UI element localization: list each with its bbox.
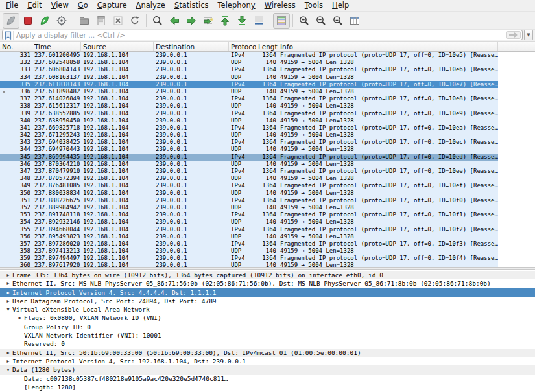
packet-row-358[interactable]: 358237.897413213192.168.1.104239.0.0.1UD… — [0, 248, 498, 255]
packet-row-344[interactable]: 344237.694970443192.168.1.104239.0.0.1UD… — [0, 146, 498, 153]
expand-icon[interactable]: ▸ — [4, 288, 12, 297]
packet-row-359[interactable]: 359237.897494497192.168.1.104239.0.0.1IP… — [0, 255, 498, 262]
detail-row[interactable]: Data: c007138c05387cf480218e9105a9ac420e… — [0, 375, 535, 383]
packet-row-338[interactable]: 338237.615612317192.168.1.104239.0.0.1UD… — [0, 102, 498, 110]
go-to-packet-button[interactable] — [200, 13, 217, 29]
expand-icon[interactable]: ▸ — [4, 357, 12, 365]
packet-list-body[interactable]: 331237.601200495192.168.1.104239.0.0.1IP… — [0, 52, 535, 267]
packet-row-356[interactable]: 356237.895493823192.168.1.104239.0.0.1UD… — [0, 233, 498, 240]
column-header-destination[interactable]: Destination — [154, 42, 229, 51]
packet-row-346[interactable]: 346237.870364210192.168.1.104239.0.0.1UD… — [0, 161, 498, 168]
packet-row-339[interactable]: 339237.638552885192.168.1.104239.0.0.1IP… — [0, 110, 498, 117]
open-file-button[interactable] — [76, 13, 93, 29]
menu-item-go[interactable]: Go — [73, 0, 93, 11]
detail-row[interactable]: ▸Frame 335: 1364 bytes on wire (10912 bi… — [0, 271, 535, 279]
packet-row-335[interactable]: 335237.611818143192.168.1.104239.0.0.1IP… — [0, 81, 498, 88]
stop-capture-button[interactable] — [19, 13, 36, 29]
packet-row-355[interactable]: 355237.894668044192.168.1.104239.0.0.1IP… — [0, 226, 498, 233]
detail-row[interactable]: ▸Internet Protocol Version 4, Src: 192.1… — [0, 357, 535, 365]
packet-row-334[interactable]: 334237.608163137192.168.1.104239.0.0.1UD… — [0, 74, 498, 81]
detail-row[interactable]: [Length: 1280] — [0, 383, 535, 391]
cell-src: 192.168.1.104 — [81, 190, 154, 197]
apply-filter-button[interactable] — [506, 31, 521, 39]
last-packet-button[interactable] — [233, 13, 250, 29]
save-file-button[interactable] — [93, 13, 110, 29]
find-packet-button[interactable] — [149, 13, 166, 29]
menu-item-edit[interactable]: Edit — [23, 0, 46, 11]
packet-row-331[interactable]: 331237.601200495192.168.1.104239.0.0.1IP… — [0, 52, 498, 59]
packet-row-341[interactable]: 341237.669825718192.168.1.104239.0.0.1IP… — [0, 124, 498, 132]
menu-item-wireless[interactable]: Wireless — [260, 0, 300, 11]
detail-row[interactable]: ▸Flags: 0x0800, VXLAN Network ID (VNI) — [0, 314, 535, 322]
filter-dropdown-button[interactable]: ▼ — [524, 30, 533, 40]
detail-row[interactable]: ▾Data (1280 bytes) — [0, 365, 535, 374]
expand-icon[interactable]: ▸ — [4, 349, 12, 357]
packet-row-349[interactable]: 349237.876481085192.168.1.104239.0.0.1IP… — [0, 182, 498, 189]
menu-item-help[interactable]: Help — [327, 0, 353, 11]
cell-no: 353 — [0, 211, 32, 218]
packet-row-360[interactable]: 360237.897617920192.168.1.104239.0.0.1UD… — [0, 262, 498, 267]
packet-row-343[interactable]: 343237.694038425192.168.1.104239.0.0.1IP… — [0, 139, 498, 146]
packet-row-348[interactable]: 348237.870572394192.168.1.104239.0.0.1UD… — [0, 175, 498, 182]
expand-icon[interactable]: ▸ — [16, 314, 24, 322]
packet-row-336[interactable]: 336237.611898482192.168.1.104239.0.0.1UD… — [0, 88, 498, 95]
packet-row-351[interactable]: 351237.888226625192.168.1.104239.0.0.1IP… — [0, 197, 498, 204]
capture-options-button[interactable] — [53, 13, 70, 29]
column-header-protocol[interactable]: Protocol — [229, 42, 256, 51]
start-capture-button[interactable] — [3, 13, 19, 29]
reload-file-button[interactable] — [126, 13, 143, 29]
menu-item-view[interactable]: View — [47, 0, 73, 11]
packet-row-345[interactable]: 345237.869994435192.168.1.104239.0.0.1IP… — [0, 154, 498, 161]
collapse-icon[interactable]: ▾ — [4, 305, 12, 314]
auto-scroll-button[interactable] — [250, 13, 267, 29]
packet-row-337[interactable]: 337237.614026849192.168.1.104239.0.0.1IP… — [0, 95, 498, 102]
display-filter-input[interactable] — [2, 30, 523, 40]
menu-item-capture[interactable]: Capture — [93, 0, 132, 11]
previous-packet-button[interactable] — [166, 13, 183, 29]
detail-row[interactable]: ▸Ethernet II, Src: 50:1b:69:00:33:00 (50… — [0, 349, 535, 357]
packet-row-342[interactable]: 342237.671295243192.168.1.104239.0.0.1UD… — [0, 132, 498, 139]
detail-row[interactable]: ▸Ethernet II, Src: MS-NLB-PhysServer-05_… — [0, 279, 535, 288]
detail-row[interactable]: Group Policy ID: 0 — [0, 323, 535, 331]
first-packet-button[interactable] — [217, 13, 233, 29]
column-header-info[interactable]: Info — [278, 42, 498, 51]
resize-columns-button[interactable] — [346, 13, 363, 29]
detail-row[interactable]: ▾Virtual eXtensible Local Area Network — [0, 305, 535, 314]
next-packet-button[interactable] — [183, 13, 200, 29]
menu-item-tools[interactable]: Tools — [300, 0, 327, 11]
zoom-normal-button[interactable] — [329, 13, 346, 29]
menu-item-file[interactable]: File — [1, 0, 23, 11]
menu-item-statistics[interactable]: Statistics — [170, 0, 213, 11]
packet-row-347[interactable]: 347237.870479910192.168.1.104239.0.0.1IP… — [0, 168, 498, 175]
packet-details-pane[interactable]: ▸Frame 335: 1364 bytes on wire (10912 bi… — [0, 270, 535, 392]
packet-row-353[interactable]: 353237.891748118192.168.1.104239.0.0.1IP… — [0, 211, 498, 218]
restart-capture-button[interactable] — [36, 13, 53, 29]
detail-row[interactable]: VXLAN Network Identifier (VNI): 10001 — [0, 331, 535, 340]
filter-bookmark-icon[interactable] — [5, 31, 14, 40]
collapse-icon[interactable]: ▾ — [4, 365, 12, 374]
expand-icon[interactable]: ▸ — [4, 271, 12, 279]
column-header-time[interactable]: Time — [32, 42, 81, 51]
colorize-packets-button[interactable] — [273, 13, 290, 29]
column-header-no[interactable]: No. — [0, 42, 32, 51]
column-header-length[interactable]: Length — [256, 42, 278, 51]
packet-row-332[interactable]: 332237.602548858192.168.1.104239.0.0.1UD… — [0, 59, 498, 66]
expand-icon[interactable]: ▸ — [4, 297, 12, 305]
packet-row-357[interactable]: 357237.897286020192.168.1.104239.0.0.1IP… — [0, 240, 498, 248]
column-header-source[interactable]: Source — [81, 42, 154, 51]
detail-row[interactable]: ▸User Datagram Protocol, Src Port: 24894… — [0, 297, 535, 305]
packet-row-333[interactable]: 333237.606804143192.168.1.104239.0.0.1IP… — [0, 66, 498, 73]
packet-row-354[interactable]: 354237.892932146192.168.1.104239.0.0.1UD… — [0, 218, 498, 225]
close-file-button[interactable] — [110, 13, 126, 29]
detail-row[interactable]: ▸Internet Protocol Version 4, Src: 4.4.4… — [0, 288, 535, 297]
menu-item-telephony[interactable]: Telephony — [213, 0, 259, 11]
packet-row-352[interactable]: 352237.889984942192.168.1.104239.0.0.1UD… — [0, 204, 498, 211]
packet-row-350[interactable]: 350237.880038834192.168.1.104239.0.0.1UD… — [0, 190, 498, 197]
menu-item-analyze[interactable]: Analyze — [132, 0, 170, 11]
zoom-out-button[interactable] — [313, 13, 329, 29]
detail-row[interactable]: Reserved: 0 — [0, 340, 535, 348]
filter-text-field[interactable] — [14, 31, 506, 39]
expand-icon[interactable]: ▸ — [4, 279, 12, 288]
zoom-in-button[interactable] — [296, 13, 313, 29]
packet-row-340[interactable]: 340237.638950450192.168.1.104239.0.0.1UD… — [0, 117, 498, 124]
